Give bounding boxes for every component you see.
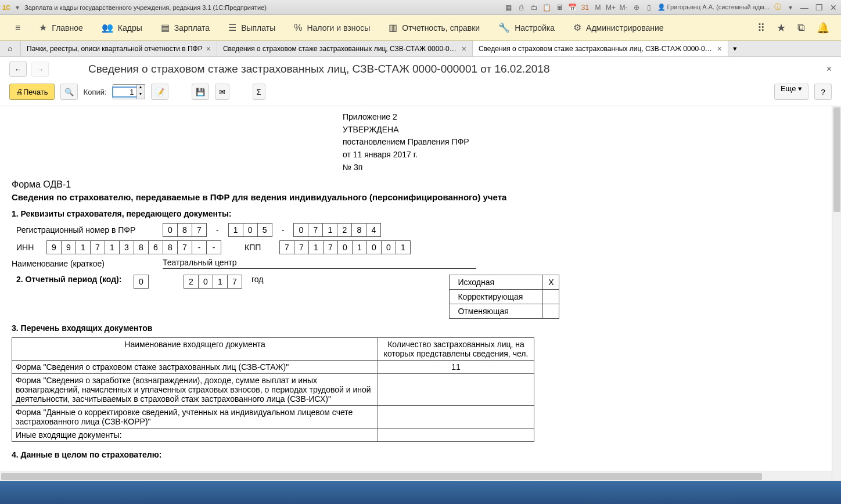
section-4-title: 4. Данные в целом по страхователю: [12,450,767,459]
print-preview-icon[interactable]: ▦ [504,3,513,12]
memory-mplus-icon[interactable]: M+ [606,3,616,12]
hamburger-icon: ≡ [15,23,20,33]
apps-grid-icon[interactable]: ⠿ [752,21,771,34]
table-header-name: Наименование входящего документа [12,338,378,361]
reg-number-part1: 087 [163,223,207,237]
minimize-icon[interactable]: — [799,3,810,12]
star-icon: ★ [39,22,47,33]
folder-icon[interactable]: 🗀 [530,3,539,12]
menu-reports[interactable]: ▥Отчетность, справки [379,22,489,33]
menu-salary[interactable]: ▤Зарплата [152,22,219,33]
favorites-star-icon[interactable]: ★ [771,21,792,34]
close-window-icon[interactable]: ✕ [828,3,839,12]
menu-admin[interactable]: ⚙Администрирование [564,22,673,33]
table-row: Форма "Сведения о заработке (вознагражде… [12,374,534,406]
print-icon[interactable]: ⎙ [517,3,526,12]
tab-home[interactable]: ⌂ [0,41,21,56]
menu-taxes[interactable]: %Налоги и взносы [285,23,379,33]
incoming-docs-table: Наименование входящего документа Количес… [12,337,534,442]
calendar-icon[interactable]: 📅 [568,3,577,12]
panel-icon[interactable]: ▯ [645,3,654,12]
paste-icon[interactable]: 📋 [542,3,552,12]
people-icon: 👥 [102,22,113,33]
window-title: Зарплата и кадры государственного учрежд… [24,4,267,11]
calculator-icon[interactable]: 🖩 [555,3,565,12]
dropdown-arrow-icon[interactable]: ▾ [13,3,22,12]
info-icon[interactable]: ⓘ [773,3,782,12]
edit-template-button[interactable]: 📝 [151,84,168,100]
more-button[interactable]: Еще ▾ [774,84,808,100]
table-row: Форма "Сведения о страховом стаже застра… [12,361,534,374]
sum-button[interactable]: Σ [253,84,265,100]
kpp-cells: 771701001 [279,240,411,254]
tab-close-icon[interactable]: × [206,44,211,53]
current-user[interactable]: 👤 Григорьянц А.А. (системный адм... [657,3,770,11]
approval-block: Приложение 2 УТВЕРЖДЕНА постановлением П… [343,111,767,174]
section-2-title: 2. Отчетный период (код): [12,275,128,284]
menu-settings[interactable]: 🔧Настройка [489,22,564,33]
gear-icon: ⚙ [573,22,581,33]
menu-payments[interactable]: ☰Выплаты [219,22,285,33]
memory-m-icon[interactable]: M [594,3,603,12]
reg-number-part2: 105 [228,223,272,237]
form-name: Форма ОДВ-1 [12,179,767,190]
spin-up-icon[interactable]: ▲ [136,85,145,92]
nav-back-button[interactable]: ← [9,62,27,77]
content-area: ← → Сведения о страховом стаже застрахов… [0,57,841,481]
copy-icon[interactable]: ⧉ [792,21,811,34]
document-viewport: Приложение 2 УТВЕРЖДЕНА постановлением П… [0,106,841,481]
preview-button[interactable]: 🔍 [60,84,78,100]
tab-overflow-icon[interactable]: ▾ [733,44,737,53]
vertical-scrollbar[interactable] [832,106,841,481]
page-title: Сведения о страховом стаже застрахованны… [88,63,822,75]
info-dropdown-icon[interactable]: ▾ [786,3,795,12]
tab-2[interactable]: Сведения о страховом стаже застрахованны… [473,41,728,56]
help-button[interactable]: ? [814,84,832,100]
tab-close-icon[interactable]: × [717,44,722,53]
reg-number-part3: 071284 [293,223,381,237]
type-table: ИсходнаяX Корректирующая Отменяющая [449,275,559,319]
main-menu: ≡ ★Главное 👥Кадры ▤Зарплата ☰Выплаты %На… [0,15,841,41]
period-code-cell: 0 [134,275,149,289]
reg-number-label: Регистрационный номер в ПФР [12,225,157,235]
tab-bar: ⌂ Пачки, реестры, описи квартальной отче… [0,41,841,57]
shortname-value: Театральный центр [163,258,476,269]
section-1-title: 1. Реквизиты страхователя, передающего д… [12,209,767,218]
year-label: год [251,275,263,284]
money-icon: ▤ [161,22,170,33]
app-1c-icon: 1C [2,4,10,11]
menu-personnel[interactable]: 👥Кадры [92,22,152,33]
table-row: Иные входящие документы: [12,429,534,442]
window-titlebar: 1C ▾ Зарплата и кадры государственного у… [0,0,841,15]
email-button[interactable]: ✉ [215,84,229,100]
copies-input[interactable] [113,88,136,96]
tab-close-icon[interactable]: × [462,44,466,53]
percent-icon: % [294,23,302,33]
section-3-title: 3. Перечень входящих документов [12,323,767,333]
print-button[interactable]: 🖨 Печать [9,84,55,100]
horizontal-scrollbar[interactable] [0,471,832,481]
spin-down-icon[interactable]: ▼ [136,92,145,99]
table-row: Форма "Данные о корректировке сведений, … [12,406,534,429]
menu-main[interactable]: ★Главное [30,22,92,33]
nav-forward-button[interactable]: → [31,62,49,77]
zoom-icon[interactable]: ⊕ [632,3,641,12]
calendar31-icon[interactable]: 31 [581,3,590,12]
wrench-icon: 🔧 [498,22,510,33]
notifications-bell-icon[interactable]: 🔔 [811,21,835,34]
period-year-cells: 2017 [184,275,242,289]
copies-label: Копий: [84,88,107,96]
home-icon: ⌂ [8,44,13,53]
windows-taskbar[interactable] [0,481,841,504]
menu-hamburger[interactable]: ≡ [6,23,30,33]
form-title: Сведения по страхователю, передаваемые в… [12,192,767,202]
page-close-button[interactable]: × [826,64,832,74]
memory-mminus-icon[interactable]: M- [619,3,628,12]
report-icon: ▥ [389,22,397,33]
tab-1[interactable]: Сведения о страховом стаже застрахованны… [217,41,473,56]
copies-spinner[interactable]: ▲▼ [113,84,145,99]
save-button[interactable]: 💾 [192,84,209,100]
maximize-icon[interactable]: ❐ [814,3,825,12]
tab-0[interactable]: Пачки, реестры, описи квартальной отчетн… [21,41,217,56]
kpp-label: КПП [245,243,274,252]
